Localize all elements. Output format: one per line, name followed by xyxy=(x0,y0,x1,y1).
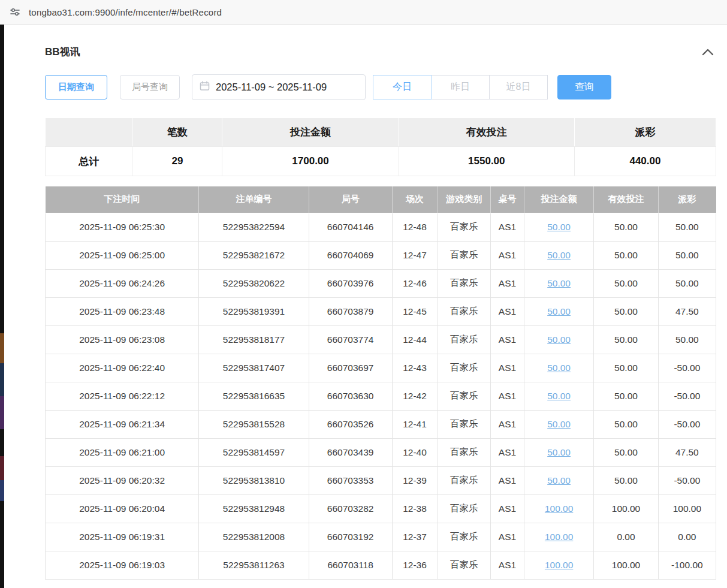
cell-bet-id: 522953821672 xyxy=(199,241,309,269)
cell-bet-amount: 50.00 xyxy=(524,438,593,466)
cell-session: 12-37 xyxy=(392,523,438,551)
cell-session: 12-47 xyxy=(392,241,438,269)
yesterday-button[interactable]: 昨日 xyxy=(431,75,490,99)
cell-bet-time: 2025-11-09 06:23:08 xyxy=(46,325,199,354)
bet-amount-link[interactable]: 50.00 xyxy=(547,475,571,486)
bet-amount-link[interactable]: 50.00 xyxy=(547,334,571,345)
col-header-bet-time: 下注时间 xyxy=(46,186,199,213)
summary-header-bet-amount: 投注金额 xyxy=(222,118,399,147)
cell-bet-amount: 50.00 xyxy=(524,325,593,354)
cell-bet-id: 522953822594 xyxy=(199,213,309,241)
bet-amount-link[interactable]: 100.00 xyxy=(545,503,573,514)
cell-bet-id: 522953812948 xyxy=(199,494,309,523)
cell-session: 12-40 xyxy=(392,438,438,466)
cell-bet-amount: 50.00 xyxy=(524,354,593,382)
bet-amount-link[interactable]: 50.00 xyxy=(547,419,571,429)
cell-payout: -50.00 xyxy=(658,466,716,494)
round-query-tab[interactable]: 局号查询 xyxy=(120,75,180,99)
cell-table-no: AS1 xyxy=(490,213,524,241)
table-row: 2025-11-09 06:23:48 522953819391 6607038… xyxy=(46,297,716,325)
cell-bet-id: 522953811263 xyxy=(199,551,309,579)
cell-round-no: 660703282 xyxy=(309,494,392,523)
cell-game-type: 百家乐 xyxy=(438,438,490,466)
last-8-days-button[interactable]: 近8日 xyxy=(489,75,548,99)
cell-table-no: AS1 xyxy=(490,438,524,466)
bet-table-body: 2025-11-09 06:25:30 522953822594 6607041… xyxy=(46,213,716,579)
cell-round-no: 660704069 xyxy=(309,241,392,269)
filter-toolbar: 日期查询 局号查询 2025-11-09 ~ 2025-11-09 今日 昨日 … xyxy=(45,74,716,100)
cell-valid-bet: 50.00 xyxy=(594,382,658,410)
cell-valid-bet: 50.00 xyxy=(594,269,658,297)
cell-bet-time: 2025-11-09 06:20:04 xyxy=(46,494,199,523)
bet-amount-link[interactable]: 50.00 xyxy=(547,306,571,316)
panel-header: BB视讯 xyxy=(45,45,716,59)
cell-valid-bet: 0.00 xyxy=(594,523,658,551)
cell-table-no: AS1 xyxy=(490,354,524,382)
cell-round-no: 660703439 xyxy=(309,438,392,466)
quick-date-group: 今日 昨日 近8日 xyxy=(373,75,548,99)
left-strip-fragment xyxy=(0,333,4,363)
cell-valid-bet: 100.00 xyxy=(594,494,658,523)
table-row: 2025-11-09 06:22:12 522953816635 6607036… xyxy=(46,382,716,410)
table-row: 2025-11-09 06:19:03 522953811263 6607031… xyxy=(46,551,716,579)
cell-table-no: AS1 xyxy=(490,269,524,297)
cell-round-no: 660703118 xyxy=(309,551,392,579)
collapse-panel-button[interactable] xyxy=(699,46,716,58)
col-header-game-type: 游戏类别 xyxy=(438,186,490,213)
cell-bet-id: 522953816635 xyxy=(199,382,309,410)
browser-url-bar: tongbao31.com:9900/infe/mcenter/#/betRec… xyxy=(0,0,727,25)
cell-session: 12-42 xyxy=(392,382,438,410)
cell-game-type: 百家乐 xyxy=(438,269,490,297)
bet-amount-link[interactable]: 50.00 xyxy=(547,363,571,373)
table-row: 2025-11-09 06:24:26 522953820622 6607039… xyxy=(46,269,716,297)
date-query-tab[interactable]: 日期查询 xyxy=(45,75,107,99)
cell-bet-id: 522953820622 xyxy=(199,269,309,297)
cell-round-no: 660703976 xyxy=(309,269,392,297)
cell-bet-time: 2025-11-09 06:21:34 xyxy=(46,410,199,438)
cell-payout: 50.00 xyxy=(658,241,716,269)
chevron-up-icon xyxy=(702,49,714,58)
date-range-value: 2025-11-09 ~ 2025-11-09 xyxy=(216,82,327,93)
col-header-table-no: 桌号 xyxy=(490,186,524,213)
cell-bet-time: 2025-11-09 06:24:26 xyxy=(46,269,199,297)
left-strip-fragment xyxy=(0,480,4,501)
search-button[interactable]: 查询 xyxy=(557,75,611,99)
bet-record-panel: BB视讯 日期查询 局号查询 2025-11-09 ~ 2025-11-09 xyxy=(0,25,727,580)
cell-bet-amount: 50.00 xyxy=(524,241,593,269)
cell-bet-amount: 50.00 xyxy=(524,213,593,241)
cell-session: 12-36 xyxy=(392,551,438,579)
bet-amount-link[interactable]: 50.00 xyxy=(547,250,571,260)
bet-amount-link[interactable]: 50.00 xyxy=(547,391,571,401)
bet-amount-link[interactable]: 100.00 xyxy=(545,560,573,570)
left-strip-fragment xyxy=(0,363,4,396)
url-text[interactable]: tongbao31.com:9900/infe/mcenter/#/betRec… xyxy=(29,7,222,17)
cell-bet-id: 522953818177 xyxy=(199,325,309,354)
summary-total-count: 29 xyxy=(132,147,222,176)
cell-valid-bet: 50.00 xyxy=(594,410,658,438)
today-button[interactable]: 今日 xyxy=(373,75,432,99)
cell-valid-bet: 50.00 xyxy=(594,325,658,354)
cell-game-type: 百家乐 xyxy=(438,297,490,325)
date-range-picker[interactable]: 2025-11-09 ~ 2025-11-09 xyxy=(192,74,366,100)
cell-bet-amount: 100.00 xyxy=(524,523,593,551)
cell-bet-amount: 50.00 xyxy=(524,466,593,494)
cell-bet-amount: 100.00 xyxy=(524,494,593,523)
page-title: BB视讯 xyxy=(45,45,80,59)
cell-session: 12-45 xyxy=(392,297,438,325)
bet-amount-link[interactable]: 50.00 xyxy=(547,447,571,457)
col-header-session: 场次 xyxy=(392,186,438,213)
cell-bet-amount: 50.00 xyxy=(524,269,593,297)
cell-valid-bet: 50.00 xyxy=(594,438,658,466)
bet-amount-link[interactable]: 100.00 xyxy=(545,532,573,542)
summary-total-valid-bet: 1550.00 xyxy=(399,147,574,176)
cell-bet-time: 2025-11-09 06:25:30 xyxy=(46,213,199,241)
summary-total-row: 总计 29 1700.00 1550.00 440.00 xyxy=(46,147,716,176)
bet-amount-link[interactable]: 50.00 xyxy=(547,222,571,232)
table-row: 2025-11-09 06:21:34 522953815528 6607035… xyxy=(46,410,716,438)
cell-bet-id: 522953813810 xyxy=(199,466,309,494)
table-row: 2025-11-09 06:20:04 522953812948 6607032… xyxy=(46,494,716,523)
site-settings-icon[interactable] xyxy=(10,7,20,17)
cell-bet-time: 2025-11-09 06:23:48 xyxy=(46,297,199,325)
bet-record-table: 下注时间 注单编号 局号 场次 游戏类别 桌号 投注金额 有效投注 派彩 202… xyxy=(45,186,716,580)
bet-amount-link[interactable]: 50.00 xyxy=(547,278,571,288)
